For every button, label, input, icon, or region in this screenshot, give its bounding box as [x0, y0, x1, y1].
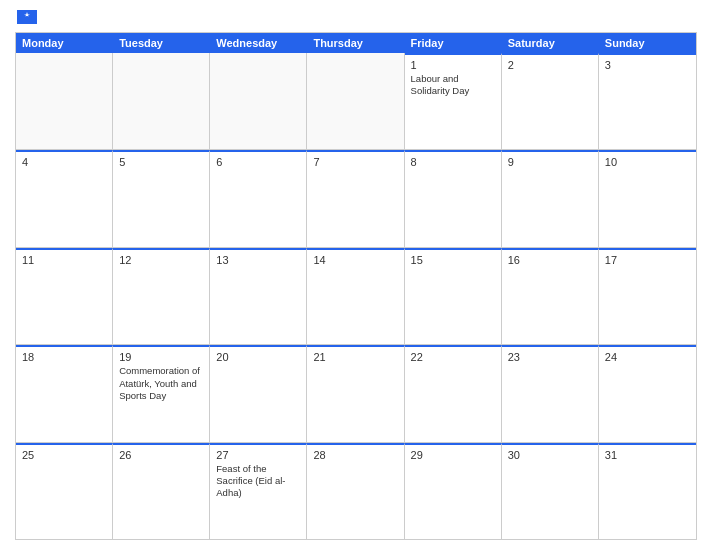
day-number: 31	[605, 449, 690, 461]
cal-cell-2: 2	[502, 53, 599, 149]
cal-cell-11: 11	[16, 248, 113, 344]
day-number: 5	[119, 156, 203, 168]
cal-cell-19: 19Commemoration of Atatürk, Youth and Sp…	[113, 345, 210, 441]
cal-cell-14: 14	[307, 248, 404, 344]
day-number: 3	[605, 59, 690, 71]
header-day-friday: Friday	[405, 33, 502, 53]
cal-cell-27: 27Feast of the Sacrifice (Eid al-Adha)	[210, 443, 307, 539]
cal-cell-7: 7	[307, 150, 404, 246]
week-row-3: 11121314151617	[16, 248, 696, 345]
day-number: 23	[508, 351, 592, 363]
cal-cell-1: 1Labour and Solidarity Day	[405, 53, 502, 149]
day-number: 2	[508, 59, 592, 71]
day-number: 14	[313, 254, 397, 266]
day-number: 20	[216, 351, 300, 363]
event-label: Labour and Solidarity Day	[411, 73, 495, 98]
day-number: 27	[216, 449, 300, 461]
logo	[15, 10, 37, 24]
cal-cell-empty-3	[307, 53, 404, 149]
day-number: 24	[605, 351, 690, 363]
day-number: 17	[605, 254, 690, 266]
day-number: 10	[605, 156, 690, 168]
header-day-sunday: Sunday	[599, 33, 696, 53]
cal-cell-empty-1	[113, 53, 210, 149]
cal-cell-12: 12	[113, 248, 210, 344]
calendar-page: MondayTuesdayWednesdayThursdayFridaySatu…	[0, 0, 712, 550]
cal-cell-30: 30	[502, 443, 599, 539]
day-number: 13	[216, 254, 300, 266]
cal-cell-empty-2	[210, 53, 307, 149]
header-day-monday: Monday	[16, 33, 113, 53]
week-row-1: 1Labour and Solidarity Day23	[16, 53, 696, 150]
day-number: 11	[22, 254, 106, 266]
cal-cell-29: 29	[405, 443, 502, 539]
cal-cell-10: 10	[599, 150, 696, 246]
header-day-saturday: Saturday	[502, 33, 599, 53]
day-number: 1	[411, 59, 495, 71]
cal-cell-15: 15	[405, 248, 502, 344]
cal-cell-6: 6	[210, 150, 307, 246]
header-day-tuesday: Tuesday	[113, 33, 210, 53]
day-number: 21	[313, 351, 397, 363]
day-number: 26	[119, 449, 203, 461]
week-row-2: 45678910	[16, 150, 696, 247]
cal-cell-31: 31	[599, 443, 696, 539]
cal-cell-20: 20	[210, 345, 307, 441]
cal-cell-23: 23	[502, 345, 599, 441]
day-number: 30	[508, 449, 592, 461]
cal-cell-18: 18	[16, 345, 113, 441]
cal-cell-3: 3	[599, 53, 696, 149]
day-number: 7	[313, 156, 397, 168]
cal-cell-8: 8	[405, 150, 502, 246]
day-number: 4	[22, 156, 106, 168]
cal-cell-empty-0	[16, 53, 113, 149]
day-number: 6	[216, 156, 300, 168]
day-number: 25	[22, 449, 106, 461]
cal-cell-9: 9	[502, 150, 599, 246]
header	[15, 10, 697, 24]
header-day-thursday: Thursday	[307, 33, 404, 53]
header-day-wednesday: Wednesday	[210, 33, 307, 53]
cal-cell-17: 17	[599, 248, 696, 344]
day-number: 28	[313, 449, 397, 461]
cal-cell-26: 26	[113, 443, 210, 539]
logo-flag-icon	[17, 10, 37, 24]
day-number: 18	[22, 351, 106, 363]
day-number: 15	[411, 254, 495, 266]
cal-cell-5: 5	[113, 150, 210, 246]
day-number: 19	[119, 351, 203, 363]
cal-cell-21: 21	[307, 345, 404, 441]
cal-cell-16: 16	[502, 248, 599, 344]
day-number: 16	[508, 254, 592, 266]
week-row-4: 1819Commemoration of Atatürk, Youth and …	[16, 345, 696, 442]
calendar: MondayTuesdayWednesdayThursdayFridaySatu…	[15, 32, 697, 540]
day-number: 8	[411, 156, 495, 168]
event-label: Feast of the Sacrifice (Eid al-Adha)	[216, 463, 300, 500]
day-number: 9	[508, 156, 592, 168]
day-number: 22	[411, 351, 495, 363]
cal-cell-25: 25	[16, 443, 113, 539]
day-number: 12	[119, 254, 203, 266]
calendar-body: 1Labour and Solidarity Day23456789101112…	[16, 53, 696, 539]
cal-cell-13: 13	[210, 248, 307, 344]
day-number: 29	[411, 449, 495, 461]
week-row-5: 252627Feast of the Sacrifice (Eid al-Adh…	[16, 443, 696, 539]
event-label: Commemoration of Atatürk, Youth and Spor…	[119, 365, 203, 402]
calendar-header: MondayTuesdayWednesdayThursdayFridaySatu…	[16, 33, 696, 53]
cal-cell-22: 22	[405, 345, 502, 441]
cal-cell-28: 28	[307, 443, 404, 539]
cal-cell-24: 24	[599, 345, 696, 441]
cal-cell-4: 4	[16, 150, 113, 246]
